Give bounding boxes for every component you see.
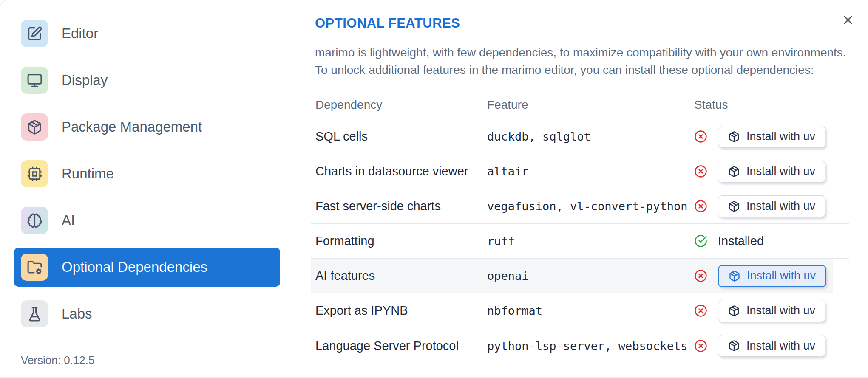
sidebar-item-label: AI: [62, 212, 75, 228]
table-row: Fast server-side charts vegafusion, vl-c…: [311, 189, 849, 224]
dependency-cell: Language Server Protocol: [311, 339, 483, 353]
sidebar-item-runtime[interactable]: Runtime: [14, 154, 280, 193]
table-row: Charts in datasource viewer altair Insta…: [311, 154, 849, 189]
flask-icon-box: [21, 300, 48, 327]
feature-cell: vegafusion, vl-convert-python: [483, 200, 693, 213]
table-row: Formatting ruff Installed: [311, 224, 849, 259]
settings-dialog: Editor Display Package Management Runtim…: [0, 0, 868, 378]
install-with-uv-button[interactable]: Install with uv: [718, 161, 825, 183]
dependency-cell: SQL cells: [311, 130, 483, 144]
install-with-uv-button[interactable]: Install with uv: [718, 195, 825, 217]
circle-x-icon: [694, 269, 707, 282]
install-button-label: Install with uv: [746, 339, 815, 353]
feature-cell: altair: [483, 165, 693, 178]
optional-features-panel: OPTIONAL FEATURES marimo is lightweight,…: [290, 0, 868, 378]
flask-icon: [27, 306, 43, 322]
square-pen-icon-box: [21, 20, 48, 47]
feature-cell: nbformat: [483, 304, 693, 317]
cpu-icon: [27, 166, 43, 182]
circle-check-icon: [694, 234, 707, 248]
dependency-cell: Formatting: [311, 234, 483, 248]
package-icon: [27, 119, 43, 135]
status-cell: Install with uv: [693, 126, 849, 148]
status-not-installed-icon: [694, 165, 707, 178]
folder-cog-icon-box: [21, 254, 48, 281]
sidebar-item-label: Labs: [62, 306, 92, 322]
cpu-icon-box: [21, 160, 48, 187]
status-cell: Install with uv: [693, 265, 849, 287]
feature-cell: duckdb, sqlglot: [483, 130, 693, 143]
page-title: OPTIONAL FEATURES: [315, 16, 460, 31]
circle-x-icon: [694, 130, 707, 143]
dependencies-table: Dependency Feature Status SQL cells duck…: [311, 90, 849, 363]
settings-sidebar: Editor Display Package Management Runtim…: [0, 0, 289, 378]
install-button-label: Install with uv: [746, 200, 815, 213]
install-with-uv-button[interactable]: Install with uv: [718, 126, 825, 148]
sidebar-item-label: Package Management: [62, 119, 202, 135]
sidebar-nav: Editor Display Package Management Runtim…: [14, 14, 289, 333]
package-icon-box: [21, 113, 48, 141]
status-cell: Install with uv: [693, 300, 849, 322]
install-with-uv-button[interactable]: Install with uv: [718, 335, 825, 357]
feature-cell: ruff: [483, 234, 693, 248]
install-button-label: Install with uv: [746, 165, 815, 178]
status-cell: Installed: [693, 234, 849, 248]
sidebar-item-ai[interactable]: AI: [14, 201, 280, 240]
close-button[interactable]: [839, 11, 857, 29]
status-cell: Install with uv: [693, 195, 849, 217]
package-icon: [728, 166, 740, 178]
sidebar-item-label: Runtime: [62, 166, 114, 182]
status-not-installed-icon: [694, 304, 707, 317]
folder-cog-icon: [27, 260, 43, 275]
package-icon: [729, 270, 740, 282]
dependency-cell: Charts in datasource viewer: [311, 164, 483, 178]
install-button-label: Install with uv: [746, 304, 815, 317]
package-icon: [728, 131, 740, 143]
status-not-installed-icon: [694, 269, 707, 282]
table-header-row: Dependency Feature Status: [311, 90, 849, 119]
install-button-label: Install with uv: [746, 130, 815, 143]
package-icon: [728, 200, 740, 212]
install-with-uv-button[interactable]: Install with uv: [718, 300, 825, 322]
square-pen-icon: [27, 26, 43, 42]
sidebar-item-label: Editor: [62, 25, 98, 42]
panel-description: marimo is lightweight, with few dependen…: [315, 44, 851, 79]
status-not-installed-icon: [694, 130, 707, 143]
status-not-installed-icon: [694, 200, 707, 213]
circle-x-icon: [694, 304, 707, 317]
header-feature: Feature: [483, 98, 693, 112]
table-row: Export as IPYNB nbformat Install with uv: [311, 293, 849, 328]
sidebar-item-label: Display: [62, 72, 108, 88]
dependency-cell: Export as IPYNB: [311, 304, 483, 318]
header-dependency: Dependency: [311, 98, 483, 112]
circle-x-icon: [694, 165, 707, 178]
dependency-cell: Fast server-side charts: [311, 199, 483, 213]
monitor-icon: [27, 73, 43, 88]
monitor-icon-box: [21, 67, 48, 94]
x-icon: [841, 13, 855, 27]
status-not-installed-icon: [694, 339, 707, 353]
install-with-uv-button[interactable]: Install with uv: [718, 265, 826, 287]
sidebar-item-display[interactable]: Display: [14, 61, 280, 100]
circle-x-icon: [694, 200, 707, 213]
install-button-label: Install with uv: [747, 269, 816, 282]
table-row: AI features openai Install with uv: [311, 259, 849, 293]
status-cell: Install with uv: [693, 161, 849, 183]
table-row: SQL cells duckdb, sqlglot Install with u…: [311, 119, 849, 154]
installed-label: Installed: [718, 234, 764, 248]
header-status: Status: [693, 98, 849, 112]
sidebar-item-package-management[interactable]: Package Management: [14, 107, 280, 147]
status-installed-icon: [694, 234, 707, 248]
dependency-cell: AI features: [311, 269, 483, 283]
sidebar-item-editor[interactable]: Editor: [14, 14, 280, 53]
sidebar-item-label: Optional Dependencies: [62, 259, 207, 275]
feature-cell: python-lsp-server, websockets: [483, 339, 693, 353]
brain-icon-box: [21, 207, 48, 234]
sidebar-item-labs[interactable]: Labs: [14, 294, 280, 333]
circle-x-icon: [694, 339, 707, 353]
table-body: SQL cells duckdb, sqlglot Install with u…: [311, 119, 849, 363]
status-cell: Install with uv: [693, 335, 849, 357]
version-label: Version: 0.12.5: [21, 354, 94, 367]
sidebar-item-optional-dependencies[interactable]: Optional Dependencies: [14, 248, 280, 287]
package-icon: [728, 340, 740, 352]
